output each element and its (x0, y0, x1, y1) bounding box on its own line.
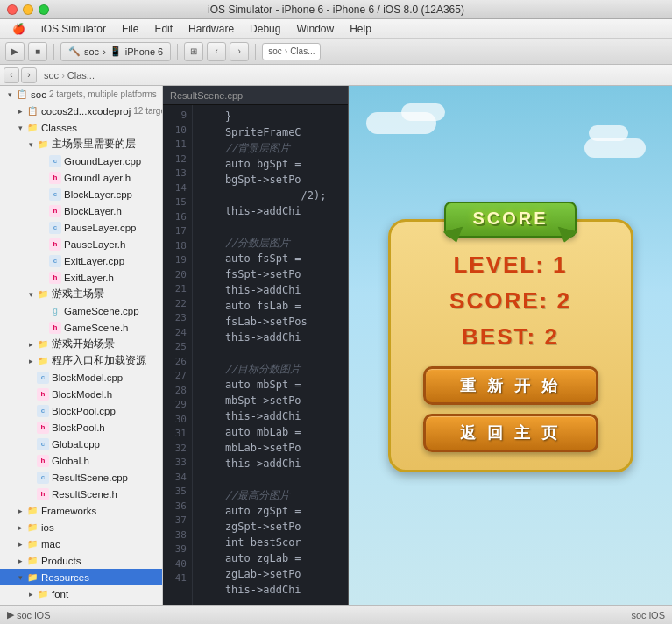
menu-edit[interactable]: Edit (147, 21, 180, 37)
score-lines: LEVEL: 1 SCORE: 2 BEST: 2 (408, 252, 613, 351)
forward-btn[interactable]: › (230, 42, 249, 61)
sidebar-item-resultscene-cpp[interactable]: c ResultScene.cpp (0, 469, 162, 486)
jump-bar: soc › Clas... (262, 43, 321, 60)
sidebar-item-resultscene-h[interactable]: h ResultScene.h (0, 486, 162, 502)
cpp-icon: c (37, 438, 49, 450)
sidebar-item-gamescene-folder[interactable]: 📁 游戏主场景 (0, 286, 162, 302)
cpp-icon: c (37, 372, 49, 384)
sidebar-item-icon-png[interactable]: 🖼 icon.png (0, 602, 162, 605)
cloud-2b (589, 125, 628, 141)
sidebar-item-ios[interactable]: 📁 ios (0, 519, 162, 535)
sidebar-item-groundlayer-cpp[interactable]: c GroundLayer.cpp (0, 152, 162, 169)
sidebar-item-blockmodel-h[interactable]: h BlockModel.h (0, 386, 162, 402)
score-display: SCORE: 2 (449, 287, 571, 315)
sidebar-item-pauselayer-cpp[interactable]: c PauseLayer.cpp (0, 219, 162, 236)
item-label: ExitLayer.h (64, 273, 114, 283)
menu-window[interactable]: Window (289, 21, 341, 37)
arrow-products (14, 557, 26, 565)
item-label: Global.cpp (52, 439, 100, 450)
layout-btn[interactable]: ⊞ (184, 42, 203, 61)
stop-button[interactable]: ■ (28, 42, 47, 61)
sidebar-item-frameworks[interactable]: 📁 Frameworks (0, 502, 162, 519)
jump-sep: › (285, 46, 287, 56)
folder-icon: 📁 (37, 138, 49, 151)
maximize-button[interactable] (39, 4, 49, 15)
menu-app-name[interactable]: iOS Simulator (34, 21, 113, 37)
arrow-entry (25, 357, 37, 365)
editor-filename: ResultScene.cpp (170, 90, 243, 101)
scheme-arrow: › (103, 46, 106, 57)
restart-label: 重 新 开 始 (460, 375, 561, 396)
status-label: soc iOS (17, 610, 51, 620)
nav-forward[interactable]: › (21, 67, 37, 83)
sidebar-item-entry[interactable]: 📁 程序入口和加载资源 (0, 352, 162, 369)
sidebar-item-gamescene-cpp[interactable]: g GameScene.cpp (0, 302, 162, 319)
h-icon: h (49, 205, 61, 217)
folder-icon: 📁 (26, 122, 39, 134)
nav-back[interactable]: ‹ (4, 67, 19, 83)
sidebar-item-gamescene-h[interactable]: h GameScene.h (0, 319, 162, 336)
sidebar-item-groundlayer-h[interactable]: h GroundLayer.h (0, 169, 162, 186)
sidebar-item-global-h[interactable]: h Global.h (0, 452, 162, 469)
sidebar-item-soc[interactable]: 📋 soc 2 targets, multiple platforms (0, 86, 162, 103)
code-area[interactable]: 9 10 11 12 13 14 15 16 17 18 19 20 21 22… (163, 105, 348, 605)
folder-icon: 📁 (37, 355, 49, 367)
sidebar-item-mac[interactable]: 📁 mac (0, 535, 162, 552)
sidebar-item-font[interactable]: 📁 font (0, 585, 162, 602)
bc-soc: soc (44, 70, 59, 81)
item-label: mac (41, 539, 60, 550)
sidebar-item-global-cpp[interactable]: c Global.cpp (0, 436, 162, 452)
item-label: 游戏主场景 (52, 287, 104, 301)
window-title: iOS Simulator - iPhone 6 - iPhone 6 / iO… (208, 4, 464, 16)
sidebar-item-pauselayer-h[interactable]: h PauseLayer.h (0, 236, 162, 252)
code-text[interactable]: } SpriteFrameC //背景层图片 auto bgSpt = bgSp… (193, 105, 348, 605)
sidebar-item-blocklayer-cpp[interactable]: c BlockLayer.cpp (0, 186, 162, 202)
item-label: Resources (41, 572, 89, 583)
item-label: soc (31, 89, 46, 100)
folder-icon: 📁 (26, 505, 39, 517)
status-scheme: ▶ soc iOS (7, 609, 51, 620)
sidebar-item-blockmodel-cpp[interactable]: c BlockModel.cpp (0, 369, 162, 386)
scheme-selector[interactable]: 🔨 soc › 📱 iPhone 6 (60, 42, 171, 61)
cpp-icon: c (49, 255, 61, 267)
item-label: cocos2d...xcodeproj (41, 106, 131, 117)
toolbar: ▶ ■ 🔨 soc › 📱 iPhone 6 ⊞ ‹ › soc › Clas.… (0, 39, 672, 65)
banner-ear-left (443, 226, 467, 245)
level-display: LEVEL: 1 (453, 252, 567, 279)
banner-ear-right (554, 226, 577, 245)
minimize-button[interactable] (23, 4, 33, 15)
folder-icon: 📁 (26, 571, 39, 584)
menu-hardware[interactable]: Hardware (181, 21, 241, 37)
item-label: ExitLayer.cpp (64, 256, 124, 266)
item-label: 主场景里需要的层 (52, 138, 136, 151)
close-button[interactable] (7, 4, 18, 15)
window-controls[interactable] (7, 4, 49, 15)
sidebar-item-exitlayer-h[interactable]: h ExitLayer.h (0, 269, 162, 286)
sidebar-item-start[interactable]: 📁 游戏开始场景 (0, 336, 162, 352)
sidebar-item-resources[interactable]: 📁 Resources (0, 569, 162, 585)
h-icon: h (49, 322, 61, 334)
h-icon: h (37, 455, 49, 467)
restart-button[interactable]: 重 新 开 始 (423, 366, 598, 405)
sidebar-item-exitlayer-cpp[interactable]: c ExitLayer.cpp (0, 252, 162, 269)
sidebar-item-products[interactable]: 📁 Products (0, 552, 162, 569)
item-label: GameScene.h (64, 323, 129, 333)
sidebar-item-blockpool-cpp[interactable]: c BlockPool.cpp (0, 402, 162, 419)
back-btn[interactable]: ‹ (207, 42, 226, 61)
menu-debug[interactable]: Debug (243, 21, 287, 37)
scheme-label: soc (84, 46, 99, 57)
code-editor: ResultScene.cpp 9 10 11 12 13 14 15 16 1… (163, 86, 348, 605)
item-label: BlockLayer.cpp (64, 189, 132, 200)
menu-help[interactable]: Help (343, 21, 378, 37)
breadcrumb: soc › Clas... (44, 70, 95, 81)
sidebar-item-blockpool-h[interactable]: h BlockPool.h (0, 419, 162, 436)
sidebar-item-classes[interactable]: 📁 Classes (0, 119, 162, 136)
sidebar-item-layer[interactable]: 📁 主场景里需要的层 (0, 136, 162, 152)
status-bar: ▶ soc iOS soc iOS (0, 605, 672, 624)
menu-apple[interactable]: 🍎 (5, 21, 32, 37)
sidebar-item-blocklayer-h[interactable]: h BlockLayer.h (0, 202, 162, 219)
home-button[interactable]: 返 回 主 页 (423, 414, 598, 452)
run-button[interactable]: ▶ (5, 42, 25, 61)
sidebar-item-cocos[interactable]: 📋 cocos2d...xcodeproj 12 targets,...le p… (0, 103, 162, 119)
menu-file[interactable]: File (115, 21, 145, 37)
